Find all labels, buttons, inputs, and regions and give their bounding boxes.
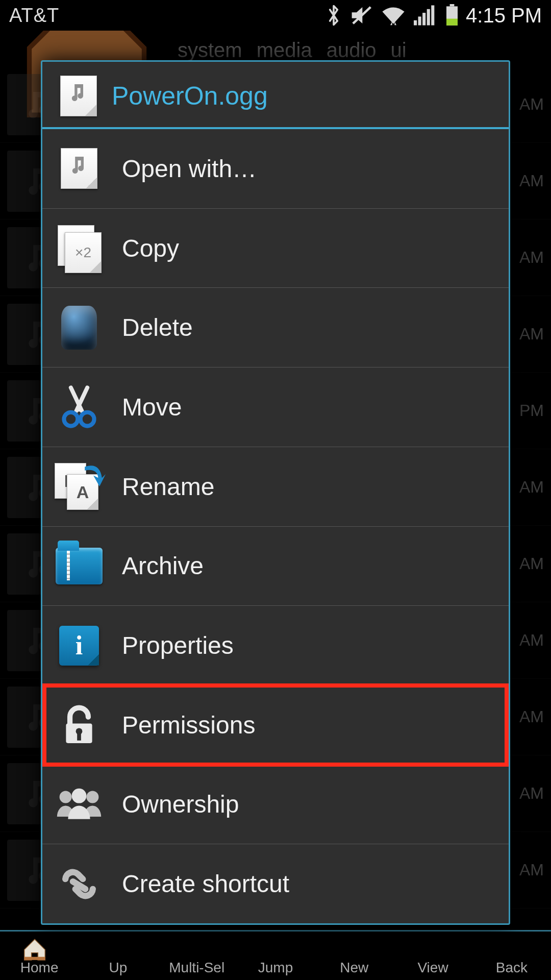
breadcrumb-item[interactable]: system — [178, 39, 242, 62]
breadcrumb-item[interactable]: ui — [391, 39, 407, 62]
carrier-label: AT&T — [9, 5, 59, 27]
link-icon — [55, 860, 104, 909]
info-icon: i — [55, 621, 104, 670]
menu-item-label: Ownership — [122, 790, 239, 818]
menu-item-label: Properties — [122, 631, 234, 659]
file-icon — [60, 77, 97, 115]
folder-icon — [55, 542, 104, 591]
music-file-icon — [55, 144, 104, 193]
menu-item-properties[interactable]: i Properties — [42, 606, 509, 685]
status-icons — [326, 4, 460, 27]
menu-item-label: Archive — [122, 552, 204, 580]
signal-icon — [414, 5, 436, 26]
status-bar: AT&T 4:15 PM — [0, 0, 551, 31]
menu-item-label: Create shortcut — [122, 870, 289, 898]
context-menu: PowerOn.ogg Open with… ×2 Copy Delete — [41, 60, 510, 925]
toolbar-home-icon[interactable] — [19, 936, 50, 962]
svg-rect-9 — [24, 957, 45, 960]
svg-point-18 — [72, 789, 87, 803]
menu-item-archive[interactable]: Archive — [42, 527, 509, 606]
menu-item-permissions[interactable]: Permissions — [42, 685, 509, 765]
people-icon — [55, 780, 104, 829]
context-menu-list: Open with… ×2 Copy Delete Move — [42, 129, 509, 923]
svg-point-10 — [64, 412, 78, 426]
battery-icon — [444, 4, 460, 27]
toolbar-jump[interactable]: Jump — [236, 960, 315, 976]
menu-item-open-with[interactable]: Open with… — [42, 129, 509, 209]
trash-icon — [55, 303, 104, 352]
scissors-icon — [55, 382, 104, 431]
context-menu-header: PowerOn.ogg — [42, 62, 509, 129]
context-menu-title: PowerOn.ogg — [112, 81, 268, 111]
menu-item-label: Move — [122, 393, 182, 421]
breadcrumb-item[interactable]: media — [257, 39, 312, 62]
menu-item-move[interactable]: Move — [42, 368, 509, 447]
lock-icon — [55, 700, 104, 749]
clock: 4:15 PM — [466, 4, 542, 27]
svg-rect-1 — [414, 20, 417, 26]
menu-item-label: Rename — [122, 473, 214, 501]
menu-item-ownership[interactable]: Ownership — [42, 765, 509, 845]
toolbar-back[interactable]: Back — [472, 960, 551, 976]
highlight-box — [42, 683, 509, 767]
copy-icon: ×2 — [55, 224, 104, 273]
svg-rect-2 — [418, 16, 421, 25]
menu-item-label: Delete — [122, 313, 193, 341]
svg-rect-15 — [77, 733, 81, 741]
svg-rect-4 — [427, 9, 430, 26]
svg-point-12 — [77, 408, 81, 412]
mute-icon — [349, 4, 373, 27]
svg-point-16 — [60, 791, 72, 803]
bluetooth-icon — [326, 4, 341, 27]
toolbar-new[interactable]: New — [315, 960, 393, 976]
breadcrumb-item[interactable]: audio — [327, 39, 377, 62]
toolbar-home[interactable]: Home — [0, 960, 79, 976]
svg-rect-8 — [446, 19, 458, 26]
toolbar-multisel[interactable]: Multi-Sel — [158, 960, 236, 976]
menu-item-delete[interactable]: Delete — [42, 288, 509, 368]
rename-icon: B A — [55, 462, 104, 511]
menu-item-label: Permissions — [122, 711, 255, 739]
menu-item-label: Open with… — [122, 155, 257, 183]
menu-item-copy[interactable]: ×2 Copy — [42, 209, 509, 288]
toolbar-up[interactable]: Up — [79, 960, 157, 976]
svg-point-11 — [81, 412, 94, 426]
svg-point-17 — [86, 791, 98, 803]
menu-item-rename[interactable]: B A Rename — [42, 447, 509, 527]
svg-rect-5 — [431, 5, 434, 25]
menu-item-create-shortcut[interactable]: Create shortcut — [42, 844, 509, 923]
wifi-icon — [381, 5, 406, 26]
bottom-toolbar: Home Up Multi-Sel Jump New View Back — [0, 930, 551, 980]
menu-item-label: Copy — [122, 234, 179, 262]
svg-rect-6 — [450, 4, 455, 6]
toolbar-view[interactable]: View — [393, 960, 472, 976]
svg-rect-3 — [422, 13, 425, 25]
